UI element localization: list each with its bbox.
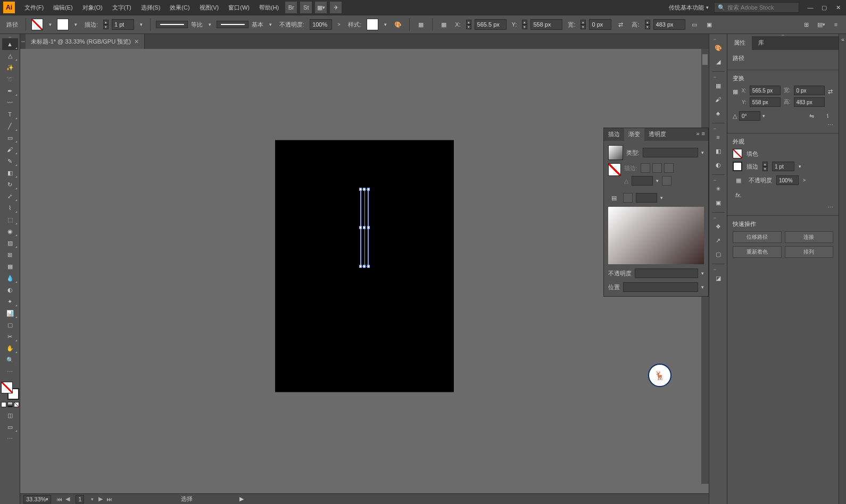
page-field[interactable]: 1 — [76, 495, 84, 503]
artboards-panel-icon[interactable]: ▢ — [712, 248, 725, 261]
color-guide-icon[interactable]: ◢ — [712, 55, 725, 68]
appearance-more-icon[interactable]: ⋯ — [733, 204, 833, 211]
mesh-tool[interactable]: ⊞ — [2, 249, 18, 261]
artboard-nav[interactable]: ⏮◀ — [55, 495, 71, 503]
brushes-panel-icon[interactable]: 🖌 — [712, 93, 725, 106]
menu-select[interactable]: 选择(S) — [137, 2, 165, 14]
gpu-icon[interactable]: ✈ — [330, 2, 342, 13]
symbol-sprayer-tool[interactable]: ✦ — [2, 296, 18, 307]
menu-type[interactable]: 文字(T) — [108, 2, 136, 14]
gradient-stroke-type[interactable] — [641, 163, 674, 173]
panel-menu-icon[interactable]: ≡ — [702, 130, 705, 139]
flip-v-icon[interactable]: ⥍ — [822, 110, 833, 122]
color-panel-icon[interactable]: 🎨 — [712, 41, 725, 54]
list-icon[interactable]: ≡ — [830, 19, 842, 30]
tab-transparency[interactable]: 透明度 — [644, 128, 670, 141]
eraser-tool[interactable]: ◧ — [2, 167, 18, 179]
column-graph-tool[interactable]: 📊 — [2, 307, 18, 319]
gradient-panel-icon[interactable]: ◧ — [712, 145, 725, 157]
props-h-input[interactable] — [794, 97, 825, 107]
menu-object[interactable]: 对象(O) — [78, 2, 107, 14]
perspective-tool[interactable]: ▨ — [2, 237, 18, 249]
menu-help[interactable]: 帮助(H) — [255, 2, 283, 14]
gradient-tool[interactable]: ▦ — [2, 261, 18, 272]
menu-file[interactable]: 文件(F) — [20, 2, 48, 14]
rectangle-tool[interactable]: ▭ — [2, 132, 18, 144]
symbols-panel-icon[interactable]: ♣ — [712, 107, 725, 120]
edit-toolbar-icon[interactable]: ⋯ — [2, 433, 18, 444]
transform-ref-icon[interactable]: ▦ — [438, 19, 450, 30]
zoom-tool[interactable]: 🔍 — [2, 354, 18, 366]
lasso-tool[interactable]: ➰ — [2, 73, 18, 85]
screen-mode-icon[interactable]: ▭ — [2, 421, 18, 433]
arrange-docs-icon[interactable]: ▦▾ — [315, 2, 327, 13]
search-stock-input[interactable]: 🔍 搜索 Adobe Stock — [714, 2, 799, 13]
draw-mode-icon[interactable]: ◫ — [2, 409, 18, 421]
close-icon[interactable]: ✕ — [134, 38, 139, 45]
props-x-input[interactable] — [750, 86, 781, 95]
tab-properties[interactable]: 属性 — [727, 36, 752, 50]
type-tool[interactable]: T — [2, 108, 18, 120]
gradient-fillstroke-icon[interactable] — [608, 163, 621, 176]
asset-export-icon[interactable]: ↗ — [712, 234, 725, 247]
rotate-tool[interactable]: ↻ — [2, 179, 18, 190]
gradient-type-select[interactable] — [643, 148, 698, 157]
y-input[interactable] — [530, 19, 562, 30]
stop-opacity-select[interactable] — [635, 268, 698, 278]
stop-location-select[interactable] — [623, 282, 698, 292]
join-button[interactable]: 连接 — [785, 231, 834, 243]
stroke-stepper[interactable]: ▴▾ — [103, 20, 109, 29]
canvas[interactable]: 🦌 描边 渐变 透明度 »≡ 类型: ▾ — [20, 49, 709, 493]
style-swatch[interactable] — [367, 19, 378, 30]
props-stroke-input[interactable] — [772, 162, 794, 171]
stroke-panel-icon[interactable]: ≡ — [712, 131, 725, 144]
props-stroke-swatch[interactable] — [733, 162, 742, 171]
menu-view[interactable]: 视图(V) — [195, 2, 223, 14]
selection-tool[interactable]: ▲ — [2, 38, 18, 50]
stroke-weight-input[interactable] — [112, 19, 134, 30]
props-opacity-input[interactable] — [776, 175, 799, 185]
window-minimize-icon[interactable]: — — [806, 4, 815, 11]
tab-grip[interactable]: ┅ — [20, 38, 26, 45]
props-angle-input[interactable] — [739, 111, 760, 121]
artboard[interactable] — [275, 140, 454, 392]
recolor-icon[interactable]: 🎨 — [392, 19, 404, 30]
graphic-styles-icon[interactable]: ▣ — [712, 196, 725, 209]
align-icon[interactable]: ▦ — [415, 19, 427, 30]
pen-tool[interactable]: ✒ — [2, 85, 18, 97]
pixel-grid-icon[interactable]: ⊞ — [800, 19, 812, 30]
fill-dropdown[interactable]: ▾ — [46, 21, 54, 28]
selected-object[interactable] — [360, 189, 369, 267]
toolbox-toggle[interactable]: ⋯ — [2, 366, 18, 377]
props-w-input[interactable] — [794, 86, 825, 95]
arrange-icon[interactable]: ▤▾ — [815, 19, 827, 30]
swatches-panel-icon[interactable]: ▦ — [712, 79, 725, 92]
window-maximize-icon[interactable]: ▢ — [819, 4, 829, 11]
bridge-icon[interactable]: Br — [285, 2, 297, 13]
edit-gradient-icon[interactable]: ▤ — [608, 192, 620, 204]
gradient-thumb[interactable] — [608, 145, 623, 160]
link-wh-props-icon[interactable]: ⇄ — [828, 86, 833, 97]
status-disclosure-icon[interactable]: ▶ — [239, 495, 244, 502]
link-wh-icon[interactable]: ⇄ — [615, 19, 626, 30]
offset-path-button[interactable]: 位移路径 — [733, 231, 782, 243]
opacity-input[interactable] — [310, 19, 332, 30]
arrange-button[interactable]: 排列 — [785, 246, 834, 258]
x-input[interactable] — [475, 19, 507, 30]
stroke-swatch[interactable] — [57, 19, 69, 30]
panel-collapse-icon[interactable]: » — [696, 130, 699, 139]
shape-icon[interactable]: ▭ — [689, 19, 700, 30]
props-y-input[interactable] — [750, 97, 781, 107]
stroke-profile[interactable] — [156, 21, 188, 28]
eyedropper-tool[interactable]: 💧 — [2, 272, 18, 284]
layers-panel-icon[interactable]: ❖ — [712, 220, 725, 233]
slice-tool[interactable]: ✂ — [2, 331, 18, 342]
direct-selection-tool[interactable]: △ — [2, 50, 18, 62]
menu-effect[interactable]: 效果(C) — [165, 2, 194, 14]
tab-libraries[interactable]: 库 — [752, 36, 770, 50]
hand-tool[interactable]: ✋ — [2, 342, 18, 354]
artboard-tool[interactable]: ▢ — [2, 319, 18, 331]
transform-more-icon[interactable]: ⋯ — [733, 122, 833, 129]
reference-point-icon[interactable]: ▦ — [733, 86, 738, 97]
gradient-preview[interactable] — [608, 207, 704, 264]
